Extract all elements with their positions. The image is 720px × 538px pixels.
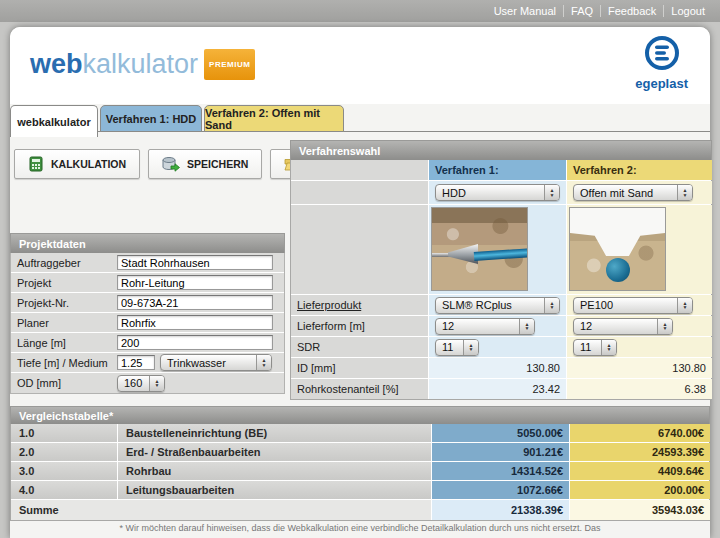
field-row-planer: Planer [11, 313, 284, 333]
field-row-auftraggeber: Auftraggeber [11, 253, 284, 273]
lieferform-label: Lieferform [m] [291, 316, 428, 336]
webkalkulator-logo: webkalkulatorPREMIUM [30, 49, 255, 80]
rohrkostenanteil-value-1: 23.42 [429, 379, 566, 399]
tab-verfahren-1-hdd[interactable]: Verfahren 1: HDD [100, 105, 202, 132]
summe-label: Summe [11, 500, 431, 520]
verfahrenswahl-panel: Verfahrenswahl Verfahren 1: Verfahren 2:… [290, 140, 712, 400]
projekt-nr-input[interactable] [117, 295, 273, 310]
logout-link[interactable]: Logout [663, 5, 712, 17]
stepper-arrows-icon: ▲▼ [519, 319, 534, 334]
feedback-link[interactable]: Feedback [600, 5, 663, 17]
webkalkulator-page: User Manual FAQ Feedback Logout webkalku… [0, 0, 720, 538]
sdr-2-select[interactable]: 11 ▲▼ [573, 339, 617, 356]
row-value-verfahren2: 4409.64€ [570, 462, 710, 480]
stepper-arrows-icon: ▲▼ [544, 185, 559, 200]
user-manual-link[interactable]: User Manual [487, 5, 563, 17]
disclaimer-footnote: * Wir möchten darauf hinweisen, dass die… [10, 523, 710, 533]
method-2-select[interactable]: Offen mit Sand ▲▼ [573, 184, 693, 201]
egeplast-wordmark: egeplast [635, 76, 688, 91]
laenge-input[interactable] [117, 335, 273, 350]
sdr-label: SDR [291, 337, 428, 357]
empty-label-cell [291, 160, 428, 180]
row-label: Baustelleneinrichtung (BE) [118, 424, 431, 442]
tab-webkalkulator[interactable]: webkalkulator [10, 105, 98, 137]
lieferform-1-select[interactable]: 12 ▲▼ [435, 318, 535, 335]
planer-label: Planer [11, 317, 117, 329]
projekt-input[interactable] [117, 275, 273, 290]
id-mm-value-2: 130.80 [567, 358, 712, 378]
lieferprodukt-1-select[interactable]: SLM® RCplus ▲▼ [435, 297, 560, 314]
save-icon [162, 156, 180, 172]
auftraggeber-label: Auftraggeber [11, 257, 117, 269]
row-value-verfahren1: 901.21€ [432, 443, 569, 461]
lieferprodukt-2-select[interactable]: PE100 ▲▼ [573, 297, 693, 314]
field-row-tiefe-medium: Tiefe [m] / Medium Trinkwasser ▲▼ [11, 353, 284, 373]
stepper-arrows-icon: ▲▼ [463, 340, 478, 355]
lieferprodukt-link[interactable]: Lieferprodukt [297, 299, 361, 311]
auftraggeber-input[interactable] [117, 255, 273, 270]
row-number: 3.0 [11, 462, 117, 480]
row-value-verfahren2: 24593.39€ [570, 443, 710, 461]
row-value-verfahren1: 1072.66€ [432, 481, 569, 499]
projekt-nr-label: Projekt-Nr. [11, 297, 117, 309]
kalkulation-button-label: KALKULATION [51, 158, 126, 170]
id-mm-label: ID [mm] [291, 358, 428, 378]
verfahren-2-column-header: Verfahren 2: [567, 160, 712, 180]
row-value-verfahren2: 200.00€ [570, 481, 710, 499]
egeplast-circle-icon [644, 35, 680, 71]
laenge-label: Länge [m] [11, 337, 117, 349]
lieferprodukt-label: Lieferprodukt [291, 295, 428, 315]
hdd-method-image [431, 207, 528, 291]
row-number: 4.0 [11, 481, 117, 499]
top-link-bar: User Manual FAQ Feedback Logout [0, 0, 720, 22]
empty-label-cell [291, 181, 428, 204]
id-mm-value-1: 130.80 [429, 358, 566, 378]
lieferform-2-select[interactable]: 12 ▲▼ [573, 318, 673, 335]
logo-web-text: web [30, 49, 83, 79]
sdr-1-select[interactable]: 11 ▲▼ [435, 339, 479, 356]
stepper-arrows-icon: ▲▼ [677, 185, 692, 200]
vergleichstabelle-table: 1.0 Baustelleneinrichtung (BE) 5050.00€ … [10, 424, 710, 521]
rohrkostenanteil-label: Rohrkostenanteil [%] [291, 379, 428, 399]
field-row-od: OD [mm] 160 ▲▼ [11, 373, 284, 393]
tiefe-input[interactable] [117, 355, 155, 370]
stepper-arrows-icon: ▲▼ [677, 298, 692, 313]
method-1-select[interactable]: HDD ▲▼ [435, 184, 560, 201]
vergleichstabelle-panel: Vergleichstabelle* 1.0 Baustelleneinrich… [10, 406, 710, 521]
tiefe-medium-label: Tiefe [m] / Medium [11, 357, 117, 369]
projektdaten-body: Auftraggeber Projekt Projekt-Nr. Planer … [10, 253, 285, 394]
summe-value-verfahren1: 21338.39€ [432, 500, 569, 520]
card-header: webkalkulatorPREMIUM egeplast [10, 27, 710, 104]
stepper-arrows-icon: ▲▼ [256, 355, 271, 370]
row-value-verfahren2: 6740.00€ [570, 424, 710, 442]
row-value-verfahren1: 14314.52€ [432, 462, 569, 480]
trench-cut-graphic [570, 208, 665, 256]
planer-input[interactable] [117, 315, 273, 330]
row-number: 1.0 [11, 424, 117, 442]
row-value-verfahren1: 5050.00€ [432, 424, 569, 442]
speichern-button-label: SPEICHERN [187, 158, 248, 170]
faq-link[interactable]: FAQ [563, 5, 600, 17]
calculator-icon [28, 156, 44, 172]
medium-select[interactable]: Trinkwasser ▲▼ [160, 354, 272, 371]
premium-badge: PREMIUM [204, 49, 255, 80]
projekt-label: Projekt [11, 277, 117, 289]
egeplast-logo: egeplast [635, 35, 688, 91]
stepper-arrows-icon: ▲▼ [601, 340, 616, 355]
speichern-button[interactable]: SPEICHERN [148, 149, 262, 179]
projektdaten-header: Projektdaten [10, 233, 285, 253]
rohrkostenanteil-value-2: 6.38 [567, 379, 712, 399]
row-label: Leitungsbauarbeiten [118, 481, 431, 499]
tab-strip: webkalkulator Verfahren 1: HDD Verfahren… [10, 104, 710, 132]
od-select[interactable]: 160 ▲▼ [117, 375, 165, 392]
tab-verfahren-2-offen-mit-sand[interactable]: Verfahren 2: Offen mit Sand [204, 105, 344, 132]
od-label: OD [mm] [11, 377, 117, 389]
verfahrenswahl-header: Verfahrenswahl [290, 140, 712, 160]
stepper-arrows-icon: ▲▼ [657, 319, 672, 334]
kalkulation-button[interactable]: KALKULATION [14, 149, 140, 179]
verfahren-1-column-header: Verfahren 1: [429, 160, 566, 180]
vergleichstabelle-header: Vergleichstabelle* [10, 406, 710, 424]
summe-value-verfahren2: 35943.03€ [570, 500, 710, 520]
row-label: Rohrbau [118, 462, 431, 480]
projektdaten-panel: Projektdaten Auftraggeber Projekt Projek… [10, 233, 285, 394]
